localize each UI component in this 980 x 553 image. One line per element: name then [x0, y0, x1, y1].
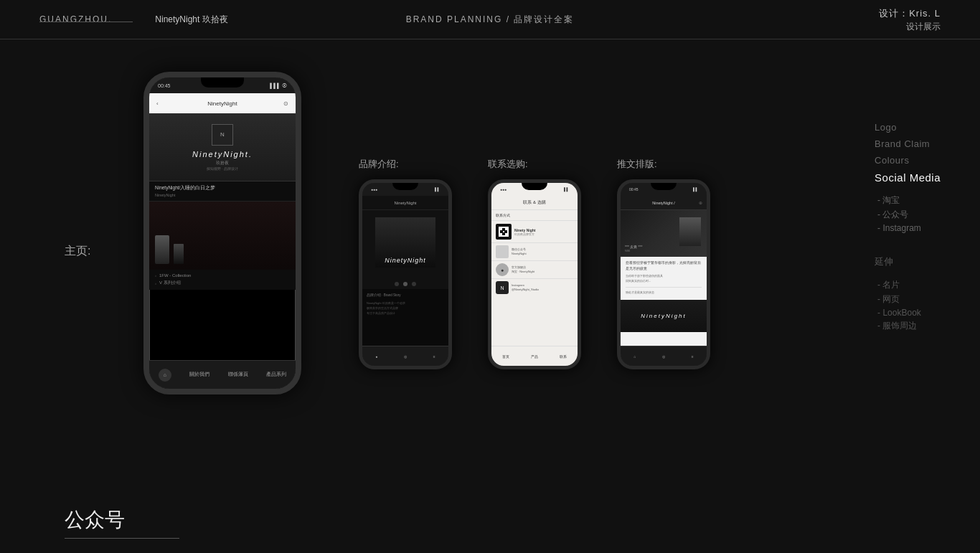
sp1-text: 品牌介绍 · Brand Story NinetyNight 玖拾夜是一个追求 … [362, 289, 448, 319]
sidebar-extend-web[interactable]: - 网页 [877, 293, 941, 306]
phone-hero-desc: 探知视野 · 品牌设计 [207, 166, 238, 171]
sidebar-extend-card[interactable]: - 名片 [877, 279, 941, 291]
section-label-gongzhong: 公众号 [65, 506, 179, 539]
phone-footer-links: › 1FW - Collection › V 系列介绍 [149, 270, 296, 290]
sidebar-sub-items: - 淘宝 - 公众号 - Instagram [877, 192, 941, 235]
sidebar-item-social-media[interactable]: Social Media [875, 171, 941, 184]
phone-products: 產品系列 [266, 372, 286, 378]
page-label: 设计展示 [906, 21, 941, 33]
project-type: BRAND PLANNING / 品牌设计全案 [406, 14, 575, 26]
footer-link-2: V 系列介绍 [159, 280, 181, 286]
phone-logo: N [212, 124, 233, 146]
sub-phone-1: ●●● ▌▌ NinetyNight NinetyNight [359, 179, 452, 369]
sub-phone-3-bottom: ⌂ ◎ ≡ [621, 346, 707, 366]
sidebar-sub-taobao[interactable]: - 淘宝 [877, 194, 941, 207]
sidebar-extend-items: - 名片 - 网页 - LookBook - 服饰周边 [877, 277, 941, 334]
sub-phone-2-label: 联系选购: [488, 158, 528, 171]
sp1-hero: NinetyNight [362, 210, 448, 289]
brand-city: GUANGZHOU. [39, 14, 112, 24]
sidebar-section-extend: 延伸 [875, 255, 941, 268]
sub-phone-1-notch [392, 183, 418, 190]
phone-time: 00:45 [158, 83, 171, 88]
phone-about: 關於我們 [189, 372, 209, 378]
phone-article-title: NinetyNight/入睡的白日之梦 [155, 185, 290, 192]
sub-phone-2-content: 联系方式 Ninety Night 玖拾夜品牌官方 [491, 210, 578, 346]
sub-phone-3-label: 推文排版: [617, 158, 657, 171]
sidebar-nav: Logo Brand Claim Colours Social Media - … [875, 122, 941, 334]
phone-hero-cn: 玖拾夜 [216, 160, 229, 166]
header-left: GUANGZHOU. NinetyNight 玖拾夜 [39, 14, 228, 26]
phone-contact: 聯係瀑頁 [228, 372, 248, 378]
phone-bottom-bar: ⌂ 關於我們 聯係瀑頁 產品系列 [149, 360, 296, 389]
sub-phone-1-bottom: ● ◎ ≡ [362, 346, 448, 366]
phone-app-name: NinetyNight [207, 100, 237, 107]
sidebar-item-logo[interactable]: Logo [875, 122, 941, 133]
footer-link-1: 1FW - Collection [159, 273, 191, 278]
sp2-header: 联系方式 [491, 210, 578, 221]
sidebar-extend-lookbook[interactable]: - LookBook [877, 308, 941, 318]
sub-phone-1-content: NinetyNight 品牌介绍 · Brand Story NinetyNig… [362, 210, 448, 346]
main-phone-frame: 00:45 ▌▌▌ ⦿ ‹ NinetyNight ⊙ N NinetyNigh… [143, 72, 301, 394]
sp3-bottom-img: NinetyNight [621, 300, 707, 332]
sub-phone-2-bottom: 首页 产品 联系 [491, 346, 578, 366]
sidebar-item-brand-claim[interactable]: Brand Claim [875, 138, 941, 149]
sidebar-extend-apparel[interactable]: - 服饰周边 [877, 320, 941, 332]
designer-label: 设计：Kris. L [879, 7, 941, 20]
sub-phone-3-wrapper: 推文排版: 00:45 ▌▌ NinetyNight / ⊕ *** 皮囊 **… [617, 158, 710, 369]
phone-content: N NinetyNight. 玖拾夜 探知视野 · 品牌设计 NinetyNig… [149, 113, 296, 360]
header: GUANGZHOU. NinetyNight 玖拾夜 BRAND PLANNIN… [0, 0, 980, 39]
sub-phone-2-wrapper: 联系选购: ●●● ▌▌ 联系 & 选購 联系方式 [488, 158, 581, 369]
phone-nav-bar: ‹ NinetyNight ⊙ [149, 93, 296, 113]
sub-phone-3-notch [651, 183, 677, 190]
sub-phone-2-nav: 联系 & 选購 [491, 196, 578, 210]
phone-home-icon: ⌂ [159, 369, 171, 382]
phone-article-entry: NinetyNight/入睡的白日之梦 NinetyNight [149, 181, 296, 202]
sub-phone-1-nav: NinetyNight [362, 196, 448, 210]
sidebar-item-colours[interactable]: Colours [875, 155, 941, 166]
sp2-info-1: 微信公众号NinetyNight [491, 243, 578, 261]
sidebar-sub-instagram[interactable]: - Instagram [877, 223, 941, 233]
phone-notch [201, 77, 244, 88]
section-label-home: 主页: [65, 244, 90, 259]
sp2-info-3: N Instagram@NinetyNight_Studio [491, 279, 578, 296]
sidebar-sub-gongzhong[interactable]: - 公众号 [877, 209, 941, 221]
phone-signal: ▌▌▌ ⦿ [270, 83, 287, 88]
sp2-qr-row: Ninety Night 玖拾夜品牌官方 [491, 221, 578, 243]
phone-article-brand: NinetyNight [155, 193, 290, 197]
phone-hero: N NinetyNight. 玖拾夜 探知视野 · 品牌设计 [149, 113, 296, 181]
sub-phone-2: ●●● ▌▌ 联系 & 选購 联系方式 [488, 179, 581, 369]
brand-name: NinetyNight 玖拾夜 [155, 14, 227, 26]
sub-phone-3-nav: NinetyNight / ⊕ [621, 196, 707, 210]
phone-product-section [149, 202, 296, 270]
sp2-info-2: ● 官方旗舰店淘宝 · NinetyNight [491, 261, 578, 279]
sub-phones-area: 品牌介绍: ●●● ▌▌ NinetyNight NinetyNight [359, 158, 710, 369]
main-phone: 00:45 ▌▌▌ ⦿ ‹ NinetyNight ⊙ N NinetyNigh… [143, 72, 301, 394]
sub-phone-2-notch [522, 183, 547, 190]
phone-hero-brand: NinetyNight. [192, 150, 253, 159]
sub-phone-3: 00:45 ▌▌ NinetyNight / ⊕ *** 皮囊 *** N90 [617, 179, 710, 369]
sub-phone-1-wrapper: 品牌介绍: ●●● ▌▌ NinetyNight NinetyNight [359, 158, 452, 369]
sub-phone-1-label: 品牌介绍: [359, 158, 399, 171]
sub-phone-3-content: *** 皮囊 *** N90 您看那些穿梭于繁华都市的身影，光鲜亮丽背后是无尽的… [621, 210, 707, 346]
sp3-text: 您看那些穿梭于繁华都市的身影，光鲜亮丽背后是无尽的疲惫 当你终于放下那些虚伪的面… [621, 257, 707, 298]
sp3-hero: *** 皮囊 *** N90 [621, 210, 707, 257]
